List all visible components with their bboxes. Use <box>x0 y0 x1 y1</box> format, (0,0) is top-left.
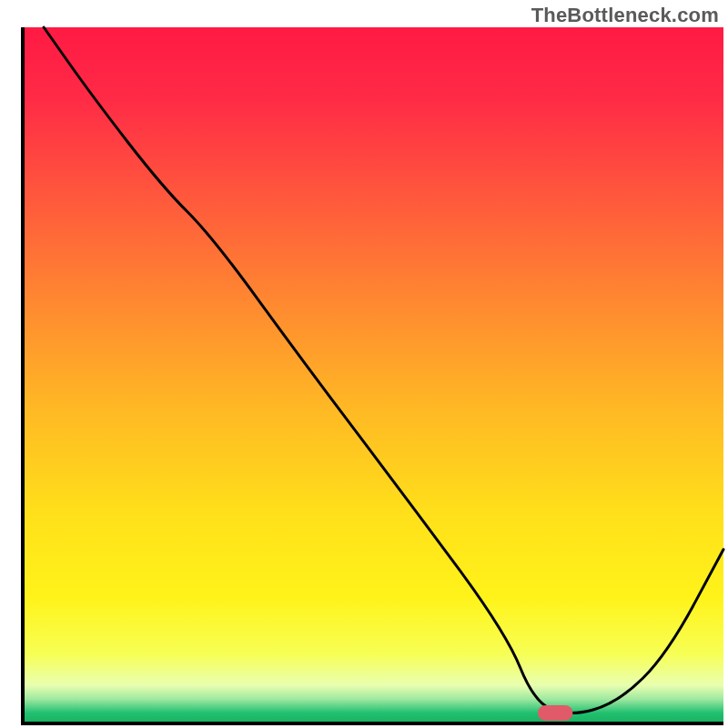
bottleneck-chart <box>0 0 728 728</box>
sweet-spot-marker <box>538 705 573 721</box>
plot-background <box>23 27 723 723</box>
